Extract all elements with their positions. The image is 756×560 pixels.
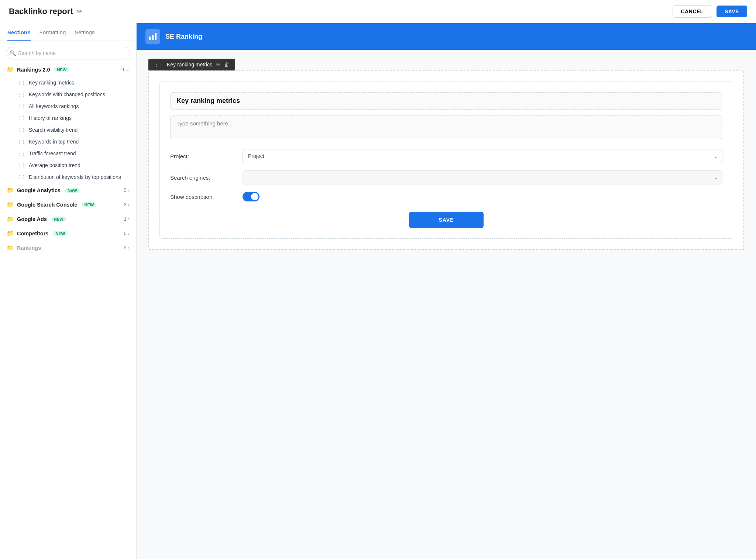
- folder-name-competitors: Competitors: [17, 231, 48, 236]
- list-item[interactable]: ⋮⋮ Traffic forecast trend: [13, 148, 133, 159]
- list-item[interactable]: ⋮⋮ Keywords with changed positions: [13, 89, 133, 100]
- folder-rankings-2: 📁 Rankings 2.0 NEW 9 ⌄ ⋮⋮ Key ranking me…: [0, 62, 136, 183]
- section-item-label: Key ranking metrics: [29, 80, 74, 86]
- show-description-control: [243, 192, 722, 201]
- search-engines-select[interactable]: [243, 170, 722, 184]
- folder-header-competitors[interactable]: 📁 Competitors NEW 5 ›: [3, 226, 133, 241]
- search-engines-select-wrap: ⌄: [243, 170, 722, 184]
- search-icon: 🔍: [10, 50, 16, 56]
- folder-header-left: 📁 Rankings: [7, 244, 41, 251]
- folder-count-competitors: 5 ›: [124, 231, 130, 236]
- folder-header-rankings[interactable]: 📁 Rankings 6 ›: [3, 241, 133, 255]
- folder-google-search-console: 📁 Google Search Console NEW 3 ›: [0, 197, 136, 212]
- main-content: SE Ranking ⋮⋮ Key ranking metrics ✏ 🗑 Pr…: [137, 23, 756, 559]
- drag-handle-icon: ⋮⋮: [17, 92, 26, 97]
- folder-count-google-search-console: 3 ›: [124, 202, 130, 207]
- header-left: Backlinko report ✏: [9, 7, 82, 16]
- folder-header-left: 📁 Google Search Console NEW: [7, 201, 96, 208]
- delete-section-icon[interactable]: 🗑: [224, 62, 229, 68]
- folder-header-google-search-console[interactable]: 📁 Google Search Console NEW 3 ›: [3, 197, 133, 212]
- card-title-input[interactable]: [170, 92, 722, 110]
- section-item-label: Keywords in top trend: [29, 139, 79, 145]
- folder-count-rankings: 6 ›: [124, 245, 130, 250]
- card-area: Project: Project ⌄ Search engines:: [148, 70, 744, 250]
- drag-handle-icon: ⋮⋮: [17, 174, 26, 180]
- folder-rankings: 📁 Rankings 6 ›: [0, 241, 136, 255]
- page-title: Backlinko report: [9, 7, 73, 16]
- header: Backlinko report ✏ CANCEL SAVE: [0, 0, 756, 23]
- folder-name-google-ads: Google Ads: [17, 216, 47, 222]
- badge-new-google-ads: NEW: [51, 217, 66, 222]
- list-item[interactable]: ⋮⋮ Key ranking metrics: [13, 77, 133, 89]
- save-btn-wrap: SAVE: [170, 212, 722, 228]
- se-ranking-icon: [145, 29, 160, 44]
- list-item[interactable]: ⋮⋮ All keywords rankings: [13, 100, 133, 112]
- folder-name-google-search-console: Google Search Console: [17, 202, 78, 208]
- section-item-label: All keywords rankings: [29, 103, 79, 109]
- tab-formatting[interactable]: Formatting: [39, 29, 66, 41]
- show-description-label: Show description:: [170, 194, 237, 200]
- tab-settings[interactable]: Settings: [75, 29, 94, 41]
- badge-new-competitors: NEW: [53, 231, 68, 236]
- folder-name-rankings: Rankings: [17, 245, 41, 251]
- show-description-toggle[interactable]: [243, 192, 260, 201]
- svg-rect-2: [155, 33, 157, 40]
- chevron-right-icon: ›: [128, 216, 130, 222]
- chevron-right-icon: ›: [128, 245, 130, 250]
- cancel-button[interactable]: CANCEL: [673, 5, 712, 18]
- header-right: CANCEL SAVE: [673, 5, 747, 18]
- form-row-project: Project: Project ⌄: [170, 149, 722, 163]
- drag-handle-icon: ⋮⋮: [17, 115, 26, 121]
- folder-header-google-ads[interactable]: 📁 Google Ads NEW 1 ›: [3, 212, 133, 226]
- folder-name-rankings-2: Rankings 2.0: [17, 67, 50, 73]
- drag-handle-icon: ⋮⋮: [17, 127, 26, 132]
- folder-icon: 📁: [7, 244, 14, 251]
- section-item-label: Keywords with changed positions: [29, 91, 105, 97]
- folder-icon: 📁: [7, 201, 14, 208]
- list-item[interactable]: ⋮⋮ Keywords in top trend: [13, 136, 133, 148]
- chevron-right-icon: ›: [128, 202, 130, 207]
- list-item[interactable]: ⋮⋮ Distribution of keywords by top posit…: [13, 171, 133, 183]
- section-item-label: Search visibility trend: [29, 127, 78, 133]
- edit-title-icon[interactable]: ✏: [77, 7, 82, 15]
- search-engines-control: ⌄: [243, 170, 722, 184]
- card-desc-input[interactable]: [170, 115, 722, 139]
- search-input[interactable]: [6, 47, 130, 59]
- section-item-label: Traffic forecast trend: [29, 151, 76, 156]
- drag-handle-icon: ⋮⋮: [17, 151, 26, 156]
- layout: Sections Formatting Settings 🔍 📁 Ranking…: [0, 23, 756, 559]
- save-card-button[interactable]: SAVE: [409, 212, 483, 228]
- form-row-search-engines: Search engines: ⌄: [170, 170, 722, 184]
- toggle-slider: [243, 192, 260, 201]
- folder-header-left: 📁 Google Analytics NEW: [7, 187, 80, 194]
- folder-icon: 📁: [7, 66, 14, 73]
- list-item[interactable]: ⋮⋮ History of rankings: [13, 112, 133, 124]
- drag-handle-icon: ⋮⋮: [154, 62, 163, 67]
- list-item[interactable]: ⋮⋮ Average position trend: [13, 159, 133, 171]
- svg-rect-1: [152, 35, 154, 40]
- search-wrap: 🔍: [0, 41, 136, 62]
- tab-sections[interactable]: Sections: [7, 29, 31, 41]
- badge-new-google-search-console: NEW: [82, 202, 97, 207]
- section-item-label: Distribution of keywords by top position…: [29, 174, 121, 180]
- save-header-button[interactable]: SAVE: [717, 6, 747, 17]
- chevron-right-icon: ›: [128, 231, 130, 236]
- folder-header-google-analytics[interactable]: 📁 Google Analytics NEW 5 ›: [3, 183, 133, 197]
- folder-header-left: 📁 Google Ads NEW: [7, 215, 66, 222]
- se-ranking-label: SE Ranking: [165, 33, 202, 41]
- folder-name-google-analytics: Google Analytics: [17, 187, 61, 193]
- project-select-wrap: Project ⌄: [243, 149, 722, 163]
- badge-new-rankings-2: NEW: [54, 67, 69, 72]
- project-label: Project:: [170, 153, 237, 159]
- drag-handle-icon: ⋮⋮: [17, 104, 26, 109]
- section-widget-name: Key ranking metrics: [167, 62, 212, 68]
- edit-section-icon[interactable]: ✏: [216, 62, 220, 68]
- svg-rect-0: [149, 37, 151, 40]
- card-inner: Project: Project ⌄ Search engines:: [159, 82, 733, 239]
- folder-header-left: 📁 Rankings 2.0 NEW: [7, 66, 69, 73]
- project-select[interactable]: Project: [243, 149, 722, 163]
- folder-header-rankings-2[interactable]: 📁 Rankings 2.0 NEW 9 ⌄: [3, 62, 133, 77]
- list-item[interactable]: ⋮⋮ Search visibility trend: [13, 124, 133, 136]
- folder-google-ads: 📁 Google Ads NEW 1 ›: [0, 212, 136, 226]
- chevron-right-icon: ›: [128, 187, 130, 193]
